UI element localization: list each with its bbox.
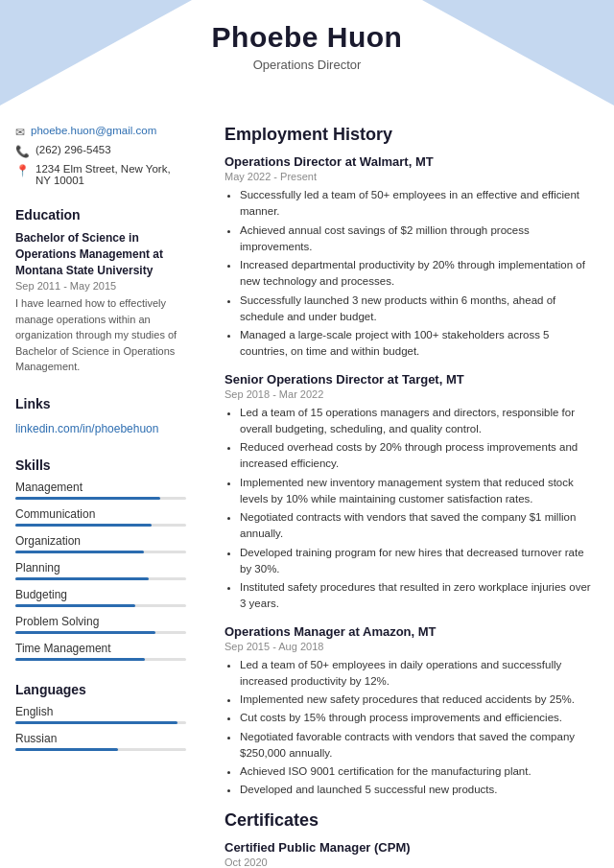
job-bullet: Implemented new inventory management sys… [240,475,595,508]
job-bullet: Negotiated favorable contracts with vend… [240,729,595,762]
job-date: May 2022 - Present [224,171,595,182]
job-bullets: Led a team of 50+ employees in daily ope… [224,657,595,799]
skills-section: Skills Management Communication Organiza… [15,457,186,661]
candidate-title: Operations Director [0,58,614,72]
languages-title: Languages [15,682,186,697]
certificates-section-title: Certificates [224,810,595,831]
education-date: Sep 2011 - May 2015 [15,280,186,292]
email-icon: ✉ [15,126,25,139]
skill-name: Problem Solving [15,615,186,628]
skill-item: Management [15,481,186,500]
header-content: Phoebe Huon Operations Director [0,0,614,72]
job-date: Sep 2015 - Aug 2018 [224,641,595,652]
job-bullet: Reduced overhead costs by 20% through pr… [240,439,595,473]
skill-item: Organization [15,534,186,553]
location-icon: 📍 [15,164,30,177]
skill-bar-bg [15,551,186,553]
job-bullet: Implemented new safety procedures that r… [240,692,595,708]
skill-bar-bg [15,497,186,500]
skill-item: Planning [15,561,186,580]
skill-bar-bg [15,658,186,661]
language-item: Russian [15,732,186,751]
language-bar-fill [15,721,177,724]
links-section: Links linkedin.com/in/phoebehuon [15,396,186,436]
contact-phone: 📞 (262) 296-5453 [15,144,186,158]
education-section: Education Bachelor of Science in Operati… [15,207,186,375]
job-entry: Senior Operations Director at Target, MT… [224,372,595,613]
cert-entry: Certified Public Manager (CPM) Oct 2020 [224,840,595,868]
job-bullet: Achieved ISO 9001 certification for the … [240,763,595,780]
linkedin-link[interactable]: linkedin.com/in/phoebehuon [15,422,158,435]
language-bar-fill [15,748,118,751]
certs-list: Certified Public Manager (CPM) Oct 2020 … [224,840,595,869]
skill-name: Time Management [15,642,186,655]
languages-list: English Russian [15,705,186,751]
job-bullet: Cut costs by 15% through process improve… [240,710,595,726]
skill-name: Planning [15,561,186,575]
language-name: Russian [15,732,186,745]
language-name: English [15,705,186,718]
skill-bar-bg [15,577,186,580]
job-bullet: Led a team of 15 operations managers and… [240,405,595,438]
skill-item: Time Management [15,642,186,661]
candidate-name: Phoebe Huon [0,21,614,54]
address-text: 1234 Elm Street, New York, NY 10001 [35,163,186,186]
education-degree: Bachelor of Science in Operations Manage… [15,230,186,278]
skill-bar-fill [15,551,144,553]
contact-section: ✉ phoebe.huon@gmail.com 📞 (262) 296-5453… [15,125,186,186]
skill-name: Budgeting [15,588,186,601]
employment-section-title: Employment History [224,125,595,145]
skills-list: Management Communication Organization Pl… [15,481,186,661]
job-bullet: Increased departmental productivity by 2… [240,257,595,291]
job-bullet: Managed a large-scale project with 100+ … [240,327,595,361]
skill-bar-fill [15,497,160,500]
contact-email: ✉ phoebe.huon@gmail.com [15,125,186,139]
header: Phoebe Huon Operations Director [0,0,614,106]
skill-bar-fill [15,604,135,607]
cert-date: Oct 2020 [224,856,595,868]
job-title: Operations Manager at Amazon, MT [224,624,595,639]
phone-text: (262) 296-5453 [35,144,111,155]
jobs-list: Operations Director at Walmart, MT May 2… [224,154,595,799]
skill-bar-fill [15,524,152,527]
language-bar-bg [15,748,186,751]
job-bullets: Led a team of 15 operations managers and… [224,405,595,613]
skill-bar-bg [15,524,186,527]
main-layout: ✉ phoebe.huon@gmail.com 📞 (262) 296-5453… [0,106,614,868]
job-bullet: Successfully launched 3 new products wit… [240,293,595,326]
links-title: Links [15,396,186,411]
skill-item: Problem Solving [15,615,186,634]
job-title: Senior Operations Director at Target, MT [224,372,595,387]
job-bullet: Achieved annual cost savings of $2 milli… [240,223,595,256]
skill-bar-bg [15,604,186,607]
job-date: Sep 2018 - Mar 2022 [224,388,595,400]
skill-name: Management [15,481,186,494]
job-entry: Operations Manager at Amazon, MT Sep 201… [224,624,595,799]
job-bullet: Negotiated contracts with vendors that s… [240,509,595,543]
skill-bar-fill [15,577,149,580]
skill-name: Communication [15,507,186,521]
email-link[interactable]: phoebe.huon@gmail.com [31,125,156,136]
sidebar: ✉ phoebe.huon@gmail.com 📞 (262) 296-5453… [0,106,201,868]
skill-item: Budgeting [15,588,186,607]
job-bullet: Developed and launched 5 successful new … [240,782,595,798]
skill-name: Organization [15,534,186,548]
phone-icon: 📞 [15,145,30,158]
education-title: Education [15,207,186,223]
skill-item: Communication [15,507,186,527]
skill-bar-fill [15,658,145,661]
job-entry: Operations Director at Walmart, MT May 2… [224,154,595,361]
job-bullet: Successfully led a team of 50+ employees… [240,187,595,221]
skills-title: Skills [15,457,186,473]
main-content: Employment History Operations Director a… [201,106,614,868]
education-description: I have learned how to effectively manage… [15,295,186,375]
contact-address: 📍 1234 Elm Street, New York, NY 10001 [15,163,186,186]
skill-bar-bg [15,631,186,634]
job-bullet: Led a team of 50+ employees in daily ope… [240,657,595,691]
cert-name: Certified Public Manager (CPM) [224,840,595,855]
languages-section: Languages English Russian [15,682,186,751]
job-title: Operations Director at Walmart, MT [224,154,595,169]
job-bullet: Developed training program for new hires… [240,545,595,578]
job-bullets: Successfully led a team of 50+ employees… [224,187,595,361]
language-bar-bg [15,721,186,724]
